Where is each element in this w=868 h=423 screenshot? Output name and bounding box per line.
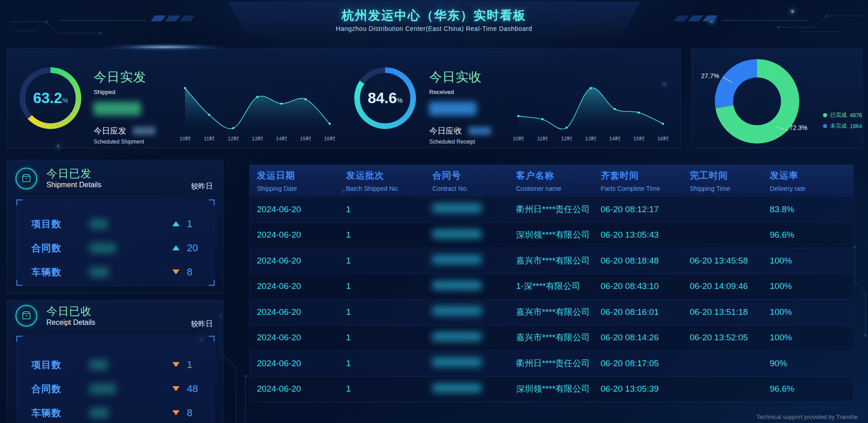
delta-value: 1 (187, 359, 192, 371)
masked-stat-value (90, 384, 116, 394)
cell-contract-no (432, 332, 516, 343)
cell-parts-complete-time: 06-20 08:16:01 (601, 307, 690, 317)
cell-parts-complete-time: 06-20 08:12:17 (601, 204, 690, 214)
cell-parts-complete-time: 06-20 08:17:05 (601, 358, 690, 368)
received-trend-chart: 10时11时12时13时14时15时16时 (511, 81, 670, 145)
cell-shipping-date: 2024-06-20 (257, 230, 346, 240)
cell-parts-complete-time: 06-20 08:14:26 (601, 333, 690, 343)
column-header: 完工时间 Shipping Time (690, 169, 770, 192)
cell-batch-no: 1 (346, 333, 432, 343)
donut-label-completed-pct: 72.3% (789, 124, 808, 131)
cell-delivery-rate: 96.6% (770, 384, 853, 394)
cell-shipping-date: 2024-06-20 (257, 307, 346, 317)
table-row: 2024-06-20 1 衢州日****责任公司 06-20 08:12:17 … (250, 197, 853, 223)
column-header: 客户名称 Customer name (516, 169, 601, 192)
column-header: 发运批次 Batch Shipped No. (346, 169, 432, 192)
scheduled-receipt-label: 今日应收 (429, 125, 462, 136)
svg-text:15时: 15时 (300, 136, 311, 141)
scheduled-shipment-label-en: Scheduled Shipment (94, 139, 185, 145)
legend-dot-completed (823, 113, 827, 117)
masked-scheduled-shipment-value (133, 127, 156, 135)
table-header: 发运日期 Shipping Date 发运批次 Batch Shipped No… (250, 165, 853, 197)
cell-parts-complete-time: 06-20 08:18:48 (601, 256, 690, 266)
donut-label-uncompleted-pct: 27.7% (701, 72, 719, 80)
stat-label: 项目数 (31, 358, 90, 371)
receipt-stats-box: 项目数 1 合同数 48 车辆数 8 (16, 336, 215, 423)
masked-scheduled-receipt-value (468, 127, 491, 135)
cell-customer-name: 衢州日****责任公司 (516, 204, 601, 215)
svg-text:15时: 15时 (633, 136, 645, 141)
cell-parts-complete-time: 06-20 13:05:43 (601, 230, 690, 240)
cell-delivery-rate: 100% (770, 307, 853, 317)
stat-row-vehicles: 车辆数 8 (17, 260, 214, 284)
stat-row-contracts: 合同数 20 (17, 236, 214, 260)
masked-stat-value (90, 408, 109, 418)
stat-row-projects: 项目数 1 (17, 212, 214, 236)
stat-label: 车辆数 (31, 266, 90, 279)
table-row: 2024-06-20 1 深圳领****有限公司 06-20 13:05:39 … (250, 377, 853, 403)
svg-text:14时: 14时 (609, 136, 621, 141)
receipt-panel-title: 今日已收 (46, 304, 92, 318)
masked-stat-value (90, 267, 109, 277)
masked-received-value (429, 102, 477, 115)
cell-shipping-date: 2024-06-20 (257, 358, 346, 368)
svg-text:11时: 11时 (204, 136, 215, 141)
legend-item-uncompleted[interactable]: 未完成 1864 (823, 122, 862, 130)
legend-label: 未完成 (830, 122, 847, 130)
cell-delivery-rate: 83.8% (770, 204, 853, 214)
cell-parts-complete-time: 06-20 13:05:39 (601, 384, 690, 394)
completion-donut-panel: 27.7% 72.3% 已完成 4876 未完成 1864 (692, 48, 863, 148)
shipment-details-panel: 今日已发 Shipment Details 较昨日 项目数 1 合同数 20 车… (7, 160, 223, 294)
cell-contract-no (432, 358, 516, 369)
legend-value: 1864 (850, 123, 862, 129)
scheduled-receipt-label-en: Scheduled Receipt (429, 139, 520, 145)
support-credit: Technical support provided by Transfar (757, 413, 858, 420)
received-gauge-unit: % (397, 97, 402, 104)
svg-text:14时: 14时 (276, 136, 287, 141)
svg-text:13时: 13时 (585, 136, 597, 141)
cell-shipping-time: 06-20 13:52:05 (690, 333, 770, 343)
table-body: 2024-06-20 1 衢州日****责任公司 06-20 08:12:17 … (250, 197, 853, 402)
shipped-gauge: 63.2 % (20, 67, 81, 129)
cell-customer-name: 深圳领****有限公司 (516, 383, 601, 395)
stat-row-vehicles: 车辆数 8 (17, 401, 214, 423)
compare-yesterday-label: 较昨日 (191, 182, 213, 191)
page-subtitle: Hangzhou Distribution Center(East China)… (0, 25, 868, 32)
masked-contract-no (432, 383, 482, 393)
cell-customer-name: 嘉兴市****有限公司 (516, 332, 601, 343)
svg-text:11时: 11时 (537, 136, 548, 141)
svg-text:16时: 16时 (657, 136, 669, 141)
shipped-gauge-value: 63.2 (33, 90, 62, 107)
receipt-panel-subtitle: Receipt Details (46, 318, 95, 327)
received-title-en: Received (429, 89, 520, 95)
masked-shipped-value (94, 102, 141, 115)
svg-text:13时: 13时 (252, 136, 263, 141)
compare-yesterday-label: 较昨日 (191, 319, 213, 329)
received-gauge-value: 84.6 (368, 90, 397, 107)
shipment-stats-box: 项目数 1 合同数 20 车辆数 8 (16, 199, 215, 286)
cell-shipping-date: 2024-06-20 (257, 256, 346, 266)
masked-contract-no (432, 204, 482, 213)
cell-contract-no (432, 229, 516, 241)
stat-row-projects: 项目数 1 (17, 353, 214, 377)
delta-value: 8 (187, 407, 192, 419)
kpi-panel: 63.2 % 今日实发 Shipped 今日应发 Scheduled Shipm… (7, 48, 681, 148)
masked-contract-no (432, 281, 482, 290)
cell-shipping-date: 2024-06-20 (257, 281, 346, 291)
package-out-icon (15, 168, 37, 189)
page-title: 杭州发运中心（华东）实时看板 (0, 7, 868, 24)
masked-stat-value (90, 360, 108, 370)
stat-label: 合同数 (31, 242, 90, 254)
trend-down-icon (172, 362, 180, 367)
trend-down-icon (172, 386, 180, 391)
cell-delivery-rate: 100% (770, 256, 853, 266)
svg-text:12时: 12时 (228, 136, 239, 141)
shipment-panel-title: 今日已发 (46, 166, 92, 181)
column-header: 发运率 Delivery rate (770, 169, 853, 192)
cell-batch-no: 1 (346, 204, 432, 214)
legend-item-completed[interactable]: 已完成 4876 (823, 111, 862, 119)
cell-parts-complete-time: 06-20 08:43:10 (601, 281, 690, 291)
table-row: 2024-06-20 1 嘉兴市****有限公司 06-20 08:18:48 … (250, 248, 853, 274)
table-row: 2024-06-20 1 衢州日****责任公司 06-20 08:17:05 … (250, 351, 853, 377)
cell-batch-no: 1 (346, 230, 432, 240)
